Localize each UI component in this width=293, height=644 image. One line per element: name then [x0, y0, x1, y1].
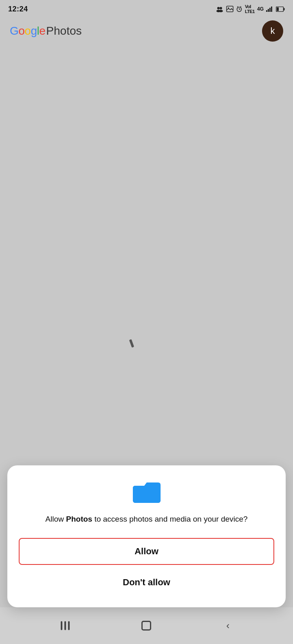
svg-rect-13	[269, 8, 271, 12]
dialog-message-prefix: Allow	[45, 515, 66, 523]
nav-back-button[interactable]: ‹	[218, 615, 238, 636]
permission-dialog: Allow Photos to access photos and media …	[7, 465, 286, 608]
allow-button[interactable]: Allow	[19, 538, 274, 565]
svg-point-0	[217, 7, 220, 9]
battery-icon	[276, 7, 285, 12]
app-title: Google Photos	[10, 24, 82, 38]
dialog-message-bold: Photos	[66, 515, 92, 523]
svg-rect-12	[268, 9, 269, 12]
dialog-message: Allow Photos to access photos and media …	[45, 513, 247, 525]
status-bar: 12:24 VoILTE1 4G	[0, 0, 293, 16]
signal-icon	[266, 6, 273, 12]
alarm-icon	[236, 6, 242, 12]
image-icon	[226, 6, 234, 12]
svg-rect-16	[284, 8, 285, 10]
folder-icon	[133, 480, 161, 504]
nav-recents-button[interactable]	[55, 615, 75, 636]
volte-icon: VoILTE1	[245, 4, 255, 14]
app-name: Photos	[46, 24, 82, 38]
avatar[interactable]: k	[262, 20, 283, 42]
svg-line-9	[237, 7, 238, 7]
dont-allow-button[interactable]: Don't allow	[19, 571, 274, 594]
team-icon	[216, 6, 224, 12]
google-letter-G: G	[10, 24, 18, 37]
dialog-message-suffix: to access photos and media on your devic…	[92, 515, 247, 523]
nav-home-button[interactable]	[136, 615, 156, 636]
pencil-mark	[129, 339, 134, 348]
google-logo: Google	[10, 24, 45, 38]
avatar-initial: k	[271, 26, 275, 36]
google-letter-o1: o	[18, 24, 24, 37]
back-icon: ‹	[226, 620, 229, 631]
svg-point-3	[219, 10, 223, 12]
svg-rect-14	[271, 7, 272, 12]
nav-bar: ‹	[0, 607, 293, 644]
main-area	[0, 46, 293, 392]
svg-rect-19	[133, 486, 161, 503]
status-time: 12:24	[8, 5, 28, 13]
folder-icon-wrapper	[133, 480, 161, 505]
google-letter-o2: o	[24, 24, 31, 37]
app-bar: Google Photos k	[0, 16, 293, 46]
google-letter-g: g	[31, 24, 37, 37]
svg-line-10	[240, 7, 241, 7]
status-icons: VoILTE1 4G	[216, 4, 285, 14]
recents-icon	[61, 621, 70, 630]
google-letter-e: e	[39, 24, 45, 37]
4g-icon: 4G	[257, 6, 264, 12]
svg-point-1	[220, 7, 222, 9]
home-icon	[141, 621, 151, 631]
svg-rect-11	[266, 10, 267, 12]
svg-rect-17	[277, 7, 279, 11]
